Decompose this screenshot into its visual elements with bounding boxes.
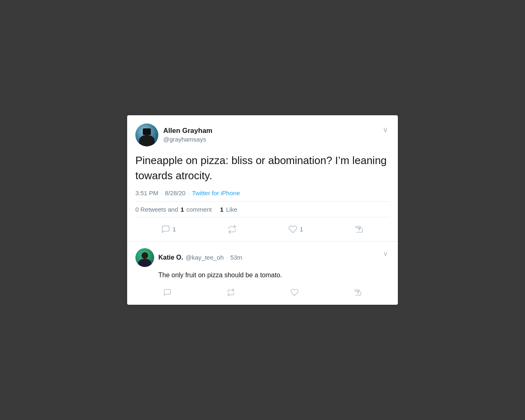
reply-text: The only fruit on pizza should be a toma… [158,270,390,280]
reply-user-row: Katie O. @kay_tee_oh · 53m [158,254,242,261]
reply-icon [161,225,170,234]
tweet-stats: 0 Retweets and 1 comment 1 Like [135,201,390,217]
tweet-header: Allen Grayham @grayhamsays [135,123,390,146]
tweet-time: 3:51 PM [135,189,158,196]
retweets-label: 0 Retweets and [135,206,178,213]
comments-count: 1 [180,206,184,213]
via-link[interactable]: Twitter for iPhone [192,189,240,196]
separator-2: · [188,189,189,196]
share-button[interactable] [350,222,369,236]
reply-retweet-icon [227,288,235,297]
action-bar: 1 1 [127,219,398,242]
reply-avatar-image [135,248,154,267]
reply-retweet-button[interactable] [223,286,239,299]
separator-1: · [161,189,162,196]
tweet-menu-button[interactable]: ∨ [381,123,390,136]
reply-like-icon [290,288,299,297]
reply-button[interactable]: 1 [156,222,181,236]
tweet-date: 8/28/20 [165,189,185,196]
avatar [135,123,158,146]
comments-label: comment [187,206,212,213]
display-name: Allen Grayham [163,126,212,135]
share-icon [355,225,364,234]
reply-username: @kay_tee_oh [185,254,224,261]
user-info: Allen Grayham @grayhamsays [163,126,212,144]
likes-label: Like [226,206,237,213]
reply-reply-icon [163,288,171,297]
reply-like-button[interactable] [286,286,303,299]
reply-share-icon [354,288,362,297]
reply-display-name: Katie O. [158,254,183,261]
reply-time: 53m [230,254,242,261]
tweet-card: Allen Grayham @grayhamsays ∨ Pineapple o… [127,115,398,305]
reply-reply-button[interactable] [159,286,176,299]
reply-avatar [135,248,154,267]
like-count: 1 [300,226,303,233]
retweet-button[interactable] [223,222,242,236]
reply-menu-button[interactable]: ∨ [381,248,390,259]
reply-header: Katie O. @kay_tee_oh · 53m [135,248,390,267]
reply-action-bar [127,283,398,305]
avatar-image [135,123,158,146]
like-button[interactable]: 1 [283,222,308,236]
username: @grayhamsays [163,135,212,144]
reply-share-button[interactable] [350,286,366,299]
main-tweet: Allen Grayham @grayhamsays ∨ Pineapple o… [127,115,398,217]
tweet-text: Pineapple on pizza: bliss or abomination… [135,153,390,183]
likes-count: 1 [220,206,224,213]
reply-tweet: Katie O. @kay_tee_oh · 53m ∨ The only fr… [127,242,398,280]
tweet-meta: 3:51 PM · 8/28/20 · Twitter for iPhone [135,189,390,196]
reply-count: 1 [173,226,176,233]
retweet-icon [228,225,237,234]
like-icon [288,225,297,234]
reply-time-sep: · [226,254,228,261]
